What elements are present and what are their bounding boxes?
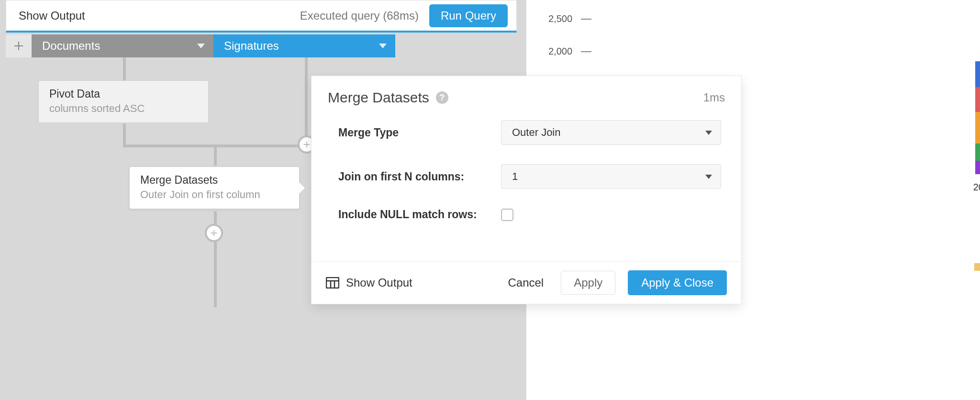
connector <box>123 144 214 147</box>
y-tick-label: 2,500 <box>548 13 572 24</box>
select-join-n[interactable]: 1 <box>501 164 721 189</box>
y-tick-2500: 2,500 <box>548 13 591 24</box>
label-join-n: Join on first N columns: <box>338 170 501 183</box>
y-tick-label: 2,000 <box>548 46 572 57</box>
query-bar: Show Output Executed query (68ms) Run Qu… <box>6 0 517 33</box>
row-join-n: Join on first N columns: 1 <box>338 164 721 189</box>
plus-icon <box>210 229 218 237</box>
connector <box>123 57 126 80</box>
tab-label: Documents <box>42 39 100 53</box>
chart-edge-label: 20 <box>973 182 980 193</box>
tick-mark <box>581 51 591 52</box>
connector <box>305 57 308 144</box>
panel-footer: Show Output Cancel Apply Apply & Close <box>312 261 741 304</box>
help-icon[interactable]: ? <box>436 91 448 104</box>
run-query-button[interactable]: Run Query <box>429 4 508 27</box>
row-null-rows: Include NULL match rows: <box>338 208 721 221</box>
query-status: Executed query (68ms) <box>300 9 419 22</box>
show-output-label: Show Output <box>346 276 412 289</box>
connector <box>214 144 308 147</box>
row-merge-type: Merge Type Outer Join <box>338 120 721 145</box>
apply-button[interactable]: Apply <box>561 271 615 295</box>
panel-title: Merge Datasets <box>328 89 429 106</box>
chevron-down-icon <box>379 44 387 48</box>
add-step-button[interactable] <box>205 224 223 242</box>
label-merge-type: Merge Type <box>338 126 501 139</box>
connector <box>123 123 126 147</box>
tick-mark <box>581 19 591 20</box>
node-title: Merge Datasets <box>140 174 289 187</box>
chevron-down-icon <box>705 131 712 135</box>
panel-timing: 1ms <box>703 91 725 104</box>
node-pivot-data[interactable]: Pivot Data columns sorted ASC <box>38 80 209 123</box>
stacked-bar-sliver <box>975 61 980 174</box>
node-subtitle: columns sorted ASC <box>49 102 198 115</box>
tab-documents[interactable]: Documents <box>32 34 213 57</box>
merge-detail-panel: Merge Datasets ? 1ms Merge Type Outer Jo… <box>311 76 742 304</box>
selection-pointer-icon <box>299 182 305 194</box>
checkbox-null-rows[interactable] <box>501 209 513 221</box>
select-value: 1 <box>512 170 518 183</box>
plus-icon <box>14 41 23 51</box>
node-subtitle: Outer Join on first column <box>140 189 289 201</box>
apply-close-button[interactable]: Apply & Close <box>628 270 727 295</box>
tab-signatures[interactable]: Signatures <box>213 34 395 57</box>
add-tab-button[interactable] <box>6 34 32 57</box>
panel-header: Merge Datasets ? 1ms <box>312 76 741 111</box>
select-merge-type[interactable]: Outer Join <box>501 120 721 145</box>
show-output-top[interactable]: Show Output <box>19 9 300 22</box>
plus-icon <box>302 140 311 149</box>
show-output-panel[interactable]: Show Output <box>326 276 412 289</box>
chevron-down-icon <box>705 175 712 179</box>
tab-label: Signatures <box>224 39 279 53</box>
chart-corner-marker <box>974 263 980 271</box>
chevron-down-icon <box>197 44 205 48</box>
node-title: Pivot Data <box>49 88 198 100</box>
svg-rect-0 <box>326 278 339 288</box>
y-tick-2000: 2,000 <box>548 46 591 57</box>
cancel-button[interactable]: Cancel <box>503 271 548 294</box>
select-value: Outer Join <box>512 126 561 139</box>
tabs-row: Documents Signatures <box>6 34 398 57</box>
connector <box>214 144 217 166</box>
table-icon <box>326 277 339 289</box>
node-merge-datasets[interactable]: Merge Datasets Outer Join on first colum… <box>129 167 300 209</box>
panel-body: Merge Type Outer Join Join on first N co… <box>312 111 741 261</box>
label-null-rows: Include NULL match rows: <box>338 208 501 221</box>
